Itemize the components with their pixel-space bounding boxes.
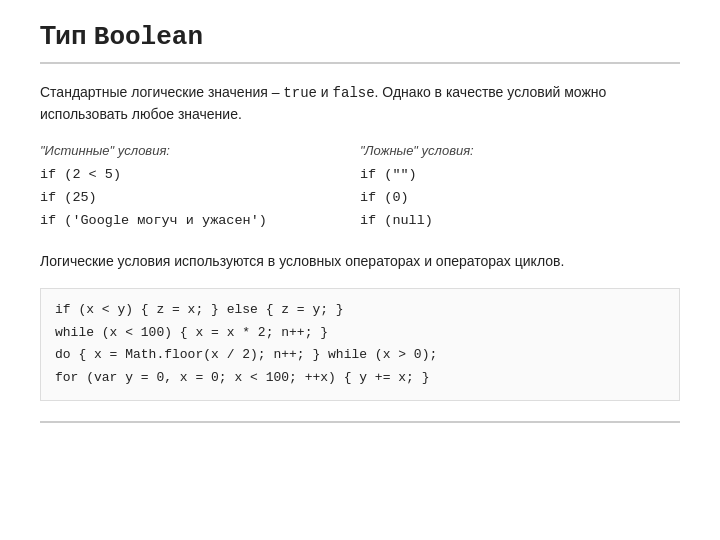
false-line-3: if (null): [360, 210, 680, 233]
title-code: Boolean: [94, 22, 203, 52]
true-conditions-code: if (2 < 5) if (25) if ('Google могуч и у…: [40, 164, 360, 233]
info-text: Логические условия используются в условн…: [40, 251, 680, 272]
false-conditions-code: if ("") if (0) if (null): [360, 164, 680, 233]
title-prefix: Тип: [40, 20, 94, 50]
true-conditions-col: "Истинные" условия: if (2 < 5) if (25) i…: [40, 143, 360, 233]
false-line-1: if (""): [360, 164, 680, 187]
code-line-1: if (x < y) { z = x; } else { z = y; }: [55, 299, 665, 322]
false-conditions-col: "Ложные" условия: if ("") if (0) if (nul…: [360, 143, 680, 233]
true-line-2: if (25): [40, 187, 360, 210]
true-line-3: if ('Google могуч и ужасен'): [40, 210, 360, 233]
false-conditions-label: "Ложные" условия:: [360, 143, 680, 158]
page-title: Тип Boolean: [40, 20, 680, 64]
code-examples-box: if (x < y) { z = x; } else { z = y; } wh…: [40, 288, 680, 401]
code-line-4: for (var y = 0, x = 0; x < 100; ++x) { y…: [55, 367, 665, 390]
true-line-1: if (2 < 5): [40, 164, 360, 187]
bottom-divider: [40, 421, 680, 423]
conditions-row: "Истинные" условия: if (2 < 5) if (25) i…: [40, 143, 680, 233]
true-conditions-label: "Истинные" условия:: [40, 143, 360, 158]
code-line-3: do { x = Math.floor(x / 2); n++; } while…: [55, 344, 665, 367]
false-line-2: if (0): [360, 187, 680, 210]
code-line-2: while (x < 100) { x = x * 2; n++; }: [55, 322, 665, 345]
description-text: Стандартные логические значения – true и…: [40, 82, 680, 125]
